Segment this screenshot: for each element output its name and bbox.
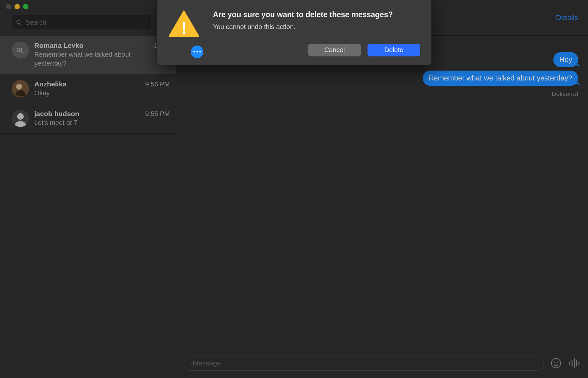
message-bubble[interactable]: Hey bbox=[553, 52, 578, 67]
dialog-icon bbox=[168, 10, 204, 56]
svg-point-1 bbox=[16, 84, 22, 90]
svg-rect-11 bbox=[578, 362, 579, 365]
window-minimize-button[interactable] bbox=[15, 4, 20, 9]
avatar: RL bbox=[12, 42, 29, 59]
audio-record-button[interactable] bbox=[568, 357, 581, 369]
conversation-preview: Remember what we talked about yesterday? bbox=[34, 50, 140, 68]
message-list: Hey Remember what we talked about yester… bbox=[176, 36, 588, 351]
conversation-list: RL Romana Levko 10:49 Remember what we t… bbox=[0, 36, 176, 378]
conversation-name: Romana Levko bbox=[34, 42, 83, 49]
conversation-time: 9:55 PM bbox=[145, 110, 170, 118]
conversation-item[interactable]: jacob hudson 9:55 PM Let's meet at 7 bbox=[0, 104, 176, 134]
dialog-title: Are you sure you want to delete these me… bbox=[213, 10, 420, 20]
avatar-generic-icon bbox=[12, 110, 29, 127]
window-traffic-lights bbox=[6, 4, 28, 9]
search-field-wrap bbox=[12, 16, 151, 29]
emoji-icon bbox=[550, 358, 562, 369]
conversation-preview: Let's meet at 7 bbox=[34, 118, 140, 127]
conversation-name: Anzhelika bbox=[34, 80, 67, 88]
warning-icon bbox=[168, 10, 200, 37]
message-input[interactable] bbox=[184, 356, 544, 371]
dialog-body: Are you sure you want to delete these me… bbox=[213, 10, 420, 56]
conversation-item[interactable]: RL Romana Levko 10:49 Remember what we t… bbox=[0, 36, 176, 74]
avatar-photo-icon bbox=[12, 80, 29, 97]
delete-confirmation-dialog: Are you sure you want to delete these me… bbox=[157, 0, 432, 65]
cancel-button[interactable]: Cancel bbox=[308, 44, 361, 56]
message-input-bar bbox=[176, 351, 588, 378]
conversation-sidebar: RL Romana Levko 10:49 Remember what we t… bbox=[0, 0, 176, 378]
waveform-icon bbox=[569, 358, 580, 368]
avatar bbox=[12, 110, 29, 127]
details-button[interactable]: Details bbox=[556, 14, 578, 22]
conversation-item[interactable]: Anzhelika 9:56 PM Okay bbox=[0, 74, 176, 104]
svg-rect-7 bbox=[569, 362, 570, 365]
conversation-name: jacob hudson bbox=[34, 110, 79, 118]
svg-point-4 bbox=[551, 359, 561, 368]
svg-rect-8 bbox=[572, 360, 573, 366]
svg-rect-10 bbox=[576, 360, 577, 366]
delete-button[interactable]: Delete bbox=[368, 44, 420, 56]
avatar bbox=[12, 80, 29, 97]
conversation-time: 9:56 PM bbox=[145, 80, 170, 88]
message-bubble[interactable]: Remember what we talked about yesterday? bbox=[423, 71, 578, 86]
svg-rect-9 bbox=[574, 358, 575, 368]
emoji-button[interactable] bbox=[550, 357, 562, 369]
search-input[interactable] bbox=[12, 16, 151, 29]
conversation-preview: Okay bbox=[34, 89, 140, 98]
svg-point-6 bbox=[557, 362, 558, 363]
svg-point-5 bbox=[554, 362, 555, 363]
dialog-message: You cannot undo this action. bbox=[213, 23, 420, 31]
svg-point-3 bbox=[17, 113, 24, 120]
window-zoom-button[interactable] bbox=[23, 4, 28, 9]
search-icon bbox=[16, 19, 22, 25]
dialog-button-row: Cancel Delete bbox=[213, 44, 420, 56]
messages-app-icon bbox=[190, 45, 204, 59]
delivery-status: Delivered bbox=[552, 90, 578, 98]
window-close-button[interactable] bbox=[6, 4, 11, 9]
